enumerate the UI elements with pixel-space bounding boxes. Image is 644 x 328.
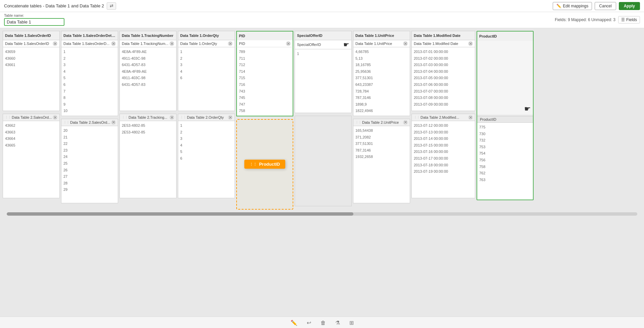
data-cell: 714 [239, 68, 291, 75]
data-cell: 23 [63, 147, 116, 154]
data-cell: 43660 [5, 55, 57, 62]
data-cell: 1932,2658 [355, 154, 408, 160]
data-cell: 2013-07-03 00:00:00 [414, 62, 473, 68]
data-cell: 728,784 [355, 88, 408, 95]
data-cell: 27 [63, 173, 116, 180]
data-cell: 24 [63, 154, 116, 160]
field-name: Data Table 2.SalesOrd... [70, 120, 110, 124]
col-unitprice: Data Table 1.UnitPrice Data Table 1.Unit… [353, 31, 410, 203]
apply-button[interactable]: Apply [619, 2, 640, 10]
data-cell: 2013-07-18 00:00:00 [414, 162, 473, 169]
close-icon[interactable]: ✕ [53, 41, 57, 46]
tablename-row: Table name: Fields: 9 Mapped: 6 Unmapped… [0, 12, 644, 28]
data-cell: 2013-07-05 00:00:00 [414, 75, 473, 81]
list-icon: ☰ [621, 17, 625, 22]
cursor-hand-icon[interactable]: ☛ [343, 41, 349, 48]
field-name: Data Table 2.Modified... [420, 115, 467, 119]
grid-icon[interactable]: ⊞ [349, 320, 354, 326]
col-header-modifieddate[interactable]: Data Table 1.Modified Date [411, 31, 475, 40]
data-cell: 732 [479, 137, 531, 144]
col-salesorderid: Data Table 1.SalesOrderID Data Table 1.S… [3, 31, 60, 198]
data-cell: 165,54438 [355, 127, 408, 134]
close-icon[interactable]: ✕ [228, 115, 233, 120]
cancel-button[interactable]: Cancel [595, 2, 616, 10]
col-header-trackingnumber[interactable]: Data Table 1.TrackingNumber [119, 31, 177, 40]
tablename-input[interactable] [4, 18, 64, 26]
close-icon[interactable]: ✕ [169, 115, 174, 120]
data-cell: 5 [63, 75, 116, 81]
data-cell: 26 [63, 167, 116, 174]
data-cell: 4 [180, 142, 233, 149]
data-cell: 371,2082 [355, 134, 408, 141]
swap-button[interactable]: ⇄ [107, 2, 116, 10]
data-cell: 2 [180, 129, 233, 136]
close-icon[interactable]: ✕ [403, 120, 408, 125]
cursor-hand-icon-2[interactable]: ☛ [524, 105, 531, 113]
close-icon[interactable]: ✕ [403, 41, 408, 46]
col-specialofferid: SpecialOfferID SpecialOfferID ☛ 1 [295, 31, 352, 206]
data-cell: 377,51301 [355, 141, 408, 147]
col-productid: ProductID ☛ ProductID 775 730 732 753 75 [477, 31, 534, 200]
data-cell: 4 [63, 68, 116, 75]
data-cell: 2E53-4802-85 [122, 122, 174, 129]
col-header-orderqty[interactable]: Data Table 1.OrderQty [178, 31, 235, 40]
pip-dots: ⋮⋮ [63, 121, 69, 124]
data-cell: 756 [479, 157, 531, 164]
undo-icon[interactable]: ↩ [307, 320, 311, 326]
data-cell: 758 [479, 164, 531, 170]
field-name: Data Table 1.SalesOrderD... [63, 42, 111, 46]
edit-mappings-button[interactable]: ✏️ Edit mappings [553, 2, 592, 10]
fields-info: Fields: 9 Mapped: 6 Unmapped: 3 ☰ Fields [555, 16, 640, 23]
data-cell: 1822,4946 [355, 108, 408, 114]
close-icon[interactable]: ✕ [111, 41, 116, 46]
field-name: Data Table 1.Modified Date [414, 42, 468, 46]
data-cell: 2E53-4802-85 [122, 129, 174, 136]
bottom-toolbar: ✏️ ↩ 🗑 ⚗ ⊞ [0, 317, 644, 328]
data-cell: 753 [479, 144, 531, 151]
data-cell: 1 [63, 49, 116, 55]
close-icon[interactable]: ✕ [228, 41, 233, 46]
data-cell: 6 [180, 155, 233, 162]
filter-icon[interactable]: ⚗ [335, 320, 340, 326]
data-cell: 712 [239, 62, 291, 68]
drag-chip[interactable]: ⋮⋮ ProductID [244, 160, 285, 169]
close-icon[interactable]: ✕ [468, 41, 473, 46]
data-cell: 43665 [5, 142, 57, 149]
data-cell: 21 [63, 134, 116, 141]
data-cell: 2013-07-13 00:00:00 [414, 129, 473, 136]
data-cell: 643,23387 [355, 81, 408, 88]
col-header-productid[interactable]: ProductID [477, 32, 533, 41]
drag-dots-icon: ⋮⋮ [250, 162, 257, 166]
field-name: Data Table 2.OrderQty [187, 115, 227, 119]
scrollbar-thumb[interactable] [7, 212, 353, 216]
data-cell: 4E8A-4F89-AE [122, 49, 174, 55]
col-header-specialofferid[interactable]: SpecialOfferID [295, 31, 352, 40]
close-icon[interactable]: ✕ [53, 115, 57, 120]
data-cell: 2013-07-14 00:00:00 [414, 135, 473, 142]
col-header-salesorderid[interactable]: Data Table 1.SalesOrderID [3, 31, 60, 40]
data-cell: 2 [180, 55, 233, 62]
data-cell: 7 [63, 88, 116, 95]
col-header-salesorderdetail[interactable]: Data Table 1.SalesOrderDeta... [61, 31, 118, 40]
data-cell: 2013-07-07 00:00:00 [414, 88, 473, 95]
delete-icon[interactable]: 🗑 [320, 320, 326, 326]
col-modifieddate: Data Table 1.Modified Date Data Table 1.… [411, 31, 475, 198]
close-icon[interactable]: ✕ [286, 41, 291, 46]
data-cell: 20 [63, 127, 116, 134]
data-cell: 2013-07-16 00:00:00 [414, 149, 473, 155]
horizontal-scrollbar[interactable] [7, 212, 637, 216]
data-cell: 2013-07-17 00:00:00 [414, 155, 473, 162]
data-cell: 745 [239, 95, 291, 101]
data-cell: 754 [479, 150, 531, 157]
data-cell: 787,3146 [355, 147, 408, 154]
close-icon[interactable]: ✕ [468, 115, 473, 120]
col-header-unitprice[interactable]: Data Table 1.UnitPrice [353, 31, 410, 40]
fields-button[interactable]: ☰ Fields [618, 16, 640, 23]
page-title: Concatenate tables - Data Table 1 and Da… [4, 3, 104, 8]
close-icon[interactable]: ✕ [111, 120, 116, 125]
col-header-pid[interactable]: PID [236, 31, 293, 40]
field-name: Data Table 1.SalesOrderID [5, 42, 53, 46]
field-name: Data Table 1.TrackingNum... [122, 42, 169, 46]
pencil-icon[interactable]: ✏️ [291, 320, 297, 326]
close-icon[interactable]: ✕ [169, 41, 174, 46]
